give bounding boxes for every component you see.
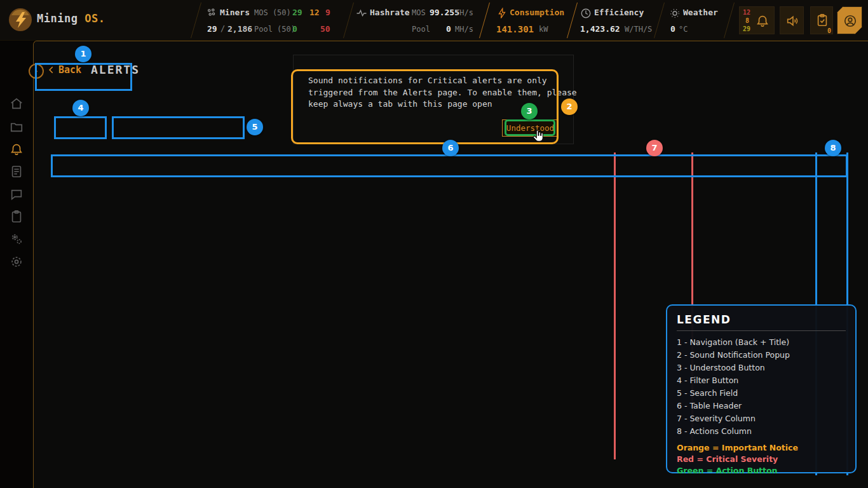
legend-panel: LEGEND 1 - Navigation (Back + Title) 2 -… xyxy=(666,304,857,473)
folder-icon xyxy=(10,120,24,134)
header-divider xyxy=(343,3,354,38)
sidebar-item-messages[interactable] xyxy=(10,187,24,201)
miners-mos-label: MOS (50) xyxy=(254,8,291,17)
alerts-bell-icon xyxy=(10,142,24,156)
home-icon xyxy=(10,97,24,111)
legend-item: 7 - Severity Column xyxy=(677,412,846,425)
clipboard-check-icon xyxy=(815,13,829,27)
gear-icon xyxy=(10,255,24,269)
clipboard-badge: 0 xyxy=(827,27,831,34)
top-header: Mining OS. Miners MOS (50) 29 12 9 29 / … xyxy=(0,0,868,41)
sound-mute-button[interactable] xyxy=(780,6,804,34)
legend-list: 1 - Navigation (Back + Title) 2 - Sound … xyxy=(677,336,846,438)
header-divider-orange xyxy=(479,3,490,38)
weather-label: Weather xyxy=(683,8,718,17)
sidebar-item-home[interactable] xyxy=(10,97,24,111)
header-divider-orange xyxy=(567,3,578,38)
miners-mos-err: 9 xyxy=(325,8,330,17)
consumption-label: Consumption xyxy=(510,8,564,17)
chat-icon xyxy=(10,187,24,201)
tasks-clipboard-button[interactable]: 0 xyxy=(810,6,833,34)
bell-badge-warning: 8 xyxy=(745,17,749,24)
header-divider xyxy=(724,3,735,38)
consumption-value: 141.301 xyxy=(496,24,534,34)
hashrate-label: Hashrate xyxy=(370,8,410,17)
back-label: Back xyxy=(58,64,81,76)
back-button[interactable]: Back xyxy=(47,64,81,76)
miners-pool-ok: 0 xyxy=(292,24,297,34)
weather-value: 0 xyxy=(670,24,675,34)
hashrate-pool-value: 0 xyxy=(446,24,451,34)
bell-badge-info: 29 xyxy=(743,25,750,32)
legend-item: 3 - Understood Button xyxy=(677,362,846,374)
weather-unit: °C xyxy=(679,25,688,34)
profile-button[interactable] xyxy=(837,6,862,34)
sidebar xyxy=(0,41,33,488)
legend-item: 2 - Sound Notification Popup xyxy=(677,349,846,362)
legend-divider xyxy=(677,330,846,331)
back-chevron-icon xyxy=(47,65,56,74)
clipboard-icon xyxy=(10,210,24,224)
user-icon xyxy=(843,14,857,28)
sidebar-item-integrations[interactable] xyxy=(10,232,24,246)
gears-icon xyxy=(10,232,24,246)
hashrate-mos-unit: TH/s xyxy=(455,8,473,17)
miners-pool-err: 50 xyxy=(320,24,330,34)
header-divider xyxy=(654,3,665,38)
hashrate-mos-label: MOS xyxy=(412,8,426,17)
miners-slash: / xyxy=(220,24,225,33)
efficiency-unit: W/TH/S xyxy=(625,25,652,34)
brand-logo-icon xyxy=(9,8,32,31)
miners-label: Miners xyxy=(220,8,250,17)
hashrate-pool-unit: MH/s xyxy=(455,25,473,34)
sound-notification-popup: Sound notifications for Critical alerts … xyxy=(293,55,574,144)
legend-note-red: Red = Critical Severity xyxy=(677,454,846,465)
miners-icon xyxy=(206,8,217,19)
sidebar-toggle-button[interactable]: › xyxy=(29,64,44,79)
miners-current: 29 xyxy=(207,24,217,34)
sidebar-item-settings[interactable] xyxy=(10,255,24,269)
legend-item: 5 - Search Field xyxy=(677,387,846,400)
consumption-icon xyxy=(496,8,508,19)
brand-suffix: OS. xyxy=(85,12,105,25)
popup-line-1: Sound notifications for Critical alerts … xyxy=(308,76,547,85)
legend-note-orange: Orange = Important Notice xyxy=(677,442,846,454)
sidebar-item-reports[interactable] xyxy=(10,165,24,179)
weather-icon xyxy=(669,8,681,19)
sidebar-item-tasks[interactable] xyxy=(10,210,24,224)
legend-item: 8 - Actions Column xyxy=(677,425,846,438)
brand-name: Mining xyxy=(37,12,78,25)
popup-message: Sound notifications for Critical alerts … xyxy=(308,75,577,111)
popup-line-2: triggered from the Alerts page. To enabl… xyxy=(308,88,577,97)
miners-mos-warn: 12 xyxy=(309,8,320,17)
bell-badge-critical: 12 xyxy=(743,9,750,16)
speaker-icon xyxy=(785,14,799,28)
sidebar-item-devices[interactable] xyxy=(10,120,24,134)
legend-title: LEGEND xyxy=(677,313,846,326)
hashrate-icon xyxy=(356,8,367,19)
consumption-unit: kW xyxy=(539,25,548,34)
brand-logo-text: Mining OS. xyxy=(37,12,105,25)
bell-icon xyxy=(756,14,770,28)
legend-note-green: Green = Action Button xyxy=(677,465,846,477)
legend-notes: Orange = Important Notice Red = Critical… xyxy=(677,442,846,477)
legend-item: 6 - Table Header xyxy=(677,400,846,412)
legend-item: 1 - Navigation (Back + Title) xyxy=(677,336,846,349)
header-divider xyxy=(191,3,201,38)
hashrate-pool-label: Pool xyxy=(412,25,430,34)
miners-pool-label: Pool (50) xyxy=(254,25,295,34)
notifications-bell-button[interactable]: 12 8 29 xyxy=(739,6,775,34)
miners-mos-ok: 29 xyxy=(292,8,302,17)
miners-total: 2,186 xyxy=(227,24,252,34)
efficiency-label: Efficiency xyxy=(594,8,644,17)
page-title: ALERTS xyxy=(91,63,140,76)
sidebar-item-alerts[interactable] xyxy=(10,142,24,156)
understood-button[interactable]: Understood xyxy=(502,119,559,137)
efficiency-icon xyxy=(580,8,592,19)
efficiency-value: 1,423.62 xyxy=(580,24,620,34)
document-icon xyxy=(10,165,24,179)
legend-item: 4 - Filter Button xyxy=(677,374,846,387)
popup-line-3: keep always a tab with this page open xyxy=(308,99,492,109)
